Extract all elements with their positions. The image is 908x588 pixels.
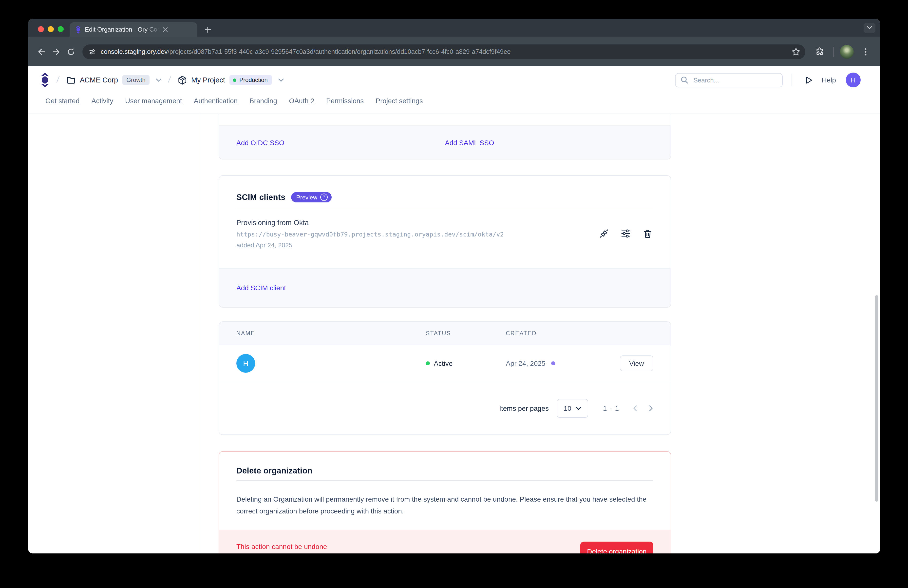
- browser-menu-icon[interactable]: [859, 45, 873, 58]
- scim-card-footer: Add SCIM client: [219, 268, 671, 307]
- active-status-dot: [426, 361, 430, 365]
- console-header: / ACME Corp Growth / My Projec: [28, 66, 881, 94]
- project-nav: Get started Activity User management Aut…: [28, 94, 881, 114]
- delete-card-title: Delete organization: [237, 466, 312, 475]
- scim-client-name: Provisioning from Okta: [237, 219, 598, 227]
- column-header-status: STATUS: [426, 330, 506, 336]
- user-avatar[interactable]: H: [846, 72, 861, 87]
- scim-client-added-date: added Apr 24, 2025: [237, 242, 598, 249]
- search-icon: [681, 76, 688, 84]
- ory-favicon-icon: [76, 26, 81, 34]
- help-link[interactable]: Help: [822, 76, 836, 84]
- tab-search-button[interactable]: [864, 23, 876, 33]
- page-size-select[interactable]: 10: [557, 399, 588, 418]
- delete-organization-card: Delete organization Deleting an Organiza…: [219, 451, 671, 553]
- column-header-created: CREATED: [506, 330, 654, 336]
- env-status-dot: [233, 78, 237, 82]
- search-input-wrapper: [675, 73, 782, 87]
- test-connection-plug-icon[interactable]: [598, 227, 610, 240]
- sidebar-divider: [201, 114, 201, 553]
- organization-table-card: NAME STATUS CREATED H Active Apr 24, 202…: [219, 321, 671, 435]
- table-header-row: NAME STATUS CREATED: [219, 322, 671, 345]
- workspace-switcher[interactable]: ACME Corp Growth: [66, 75, 161, 85]
- breadcrumb-separator: /: [167, 75, 171, 85]
- new-tab-button[interactable]: [201, 23, 214, 36]
- close-window-button[interactable]: [38, 26, 44, 32]
- zoom-window-button[interactable]: [58, 26, 64, 32]
- tab-close-icon[interactable]: [161, 25, 170, 34]
- content-area: Add OIDC SSO Add SAML SSO SCIM clients P…: [28, 114, 881, 553]
- tab-strip: Edit Organization - Ory Console: [28, 19, 881, 37]
- url-text: console.staging.ory.dev/projects/d087b7a…: [101, 48, 790, 55]
- configure-sliders-icon[interactable]: [620, 227, 632, 240]
- tab-user-management[interactable]: User management: [125, 95, 182, 106]
- browser-profile-avatar[interactable]: [840, 45, 854, 58]
- view-button[interactable]: View: [620, 356, 654, 371]
- tab-activity[interactable]: Activity: [92, 95, 114, 106]
- delete-card-footer: This action cannot be undone Delete orga…: [219, 530, 671, 553]
- run-playground-button[interactable]: [801, 73, 815, 87]
- preview-badge[interactable]: Preview?: [291, 192, 332, 202]
- delete-trash-icon[interactable]: [642, 227, 654, 240]
- tab-title: Edit Organization - Ory Console: [85, 26, 160, 33]
- scim-clients-card: SCIM clients Preview? Provisioning from …: [219, 175, 671, 308]
- search-input[interactable]: [692, 76, 758, 84]
- created-cell: Apr 24, 2025: [506, 359, 620, 367]
- previous-page-icon[interactable]: [633, 405, 637, 411]
- project-cube-icon: [177, 75, 187, 85]
- tab-branding[interactable]: Branding: [250, 95, 277, 106]
- workspace-name: ACME Corp: [80, 76, 118, 84]
- delete-description: Deleting an Organization will permanentl…: [237, 493, 654, 517]
- extensions-icon[interactable]: [812, 44, 827, 59]
- tab-project-settings[interactable]: Project settings: [375, 95, 423, 106]
- chevron-down-icon: [279, 78, 284, 82]
- breadcrumb-separator: /: [56, 75, 60, 85]
- help-circle-icon: ?: [320, 193, 328, 201]
- add-oidc-sso-link[interactable]: Add OIDC SSO: [237, 139, 285, 147]
- add-scim-client-link[interactable]: Add SCIM client: [237, 284, 286, 292]
- delete-warning-text: This action cannot be undone: [237, 543, 327, 551]
- tab-get-started[interactable]: Get started: [45, 95, 80, 106]
- page-range-label: 1 - 1: [603, 404, 619, 412]
- created-indicator-dot: [551, 361, 555, 365]
- address-bar[interactable]: console.staging.ory.dev/projects/d087b7a…: [82, 44, 805, 59]
- scim-client-url: https://busy-beaver-gqwvd0fb79.projects.…: [237, 230, 598, 238]
- column-header-name: NAME: [237, 330, 426, 336]
- tab-oauth2[interactable]: OAuth 2: [289, 95, 314, 106]
- window-controls: [38, 26, 64, 32]
- card-divider: [237, 480, 654, 481]
- minimize-window-button[interactable]: [48, 26, 54, 32]
- tab-authentication[interactable]: Authentication: [194, 95, 238, 106]
- ory-console-page: / ACME Corp Growth / My Projec: [28, 66, 881, 553]
- toolbar-divider: [833, 47, 834, 56]
- site-settings-icon[interactable]: [89, 48, 96, 56]
- org-avatar: H: [237, 354, 255, 373]
- tab-permissions[interactable]: Permissions: [326, 95, 364, 106]
- scim-card-title: SCIM clients: [237, 193, 285, 202]
- table-row: H Active Apr 24, 2025 View: [219, 345, 671, 382]
- folder-icon: [66, 75, 75, 85]
- back-button[interactable]: [34, 44, 49, 59]
- workspace-plan-badge: Growth: [122, 75, 149, 85]
- bookmark-star-icon[interactable]: [790, 45, 802, 58]
- add-saml-sso-link[interactable]: Add SAML SSO: [445, 139, 494, 147]
- scim-client-row: Provisioning from Okta https://busy-beav…: [219, 209, 671, 249]
- browser-toolbar: console.staging.ory.dev/projects/d087b7a…: [28, 37, 881, 66]
- header-divider: [792, 74, 792, 86]
- delete-organization-button[interactable]: Delete organization: [580, 541, 654, 553]
- project-name: My Project: [191, 76, 225, 84]
- pagination-bar: Items per pages 10 1 - 1: [219, 382, 671, 435]
- status-cell: Active: [426, 359, 506, 367]
- next-page-icon[interactable]: [649, 405, 653, 411]
- project-env-badge: Production: [229, 75, 272, 85]
- ory-logo[interactable]: [40, 72, 50, 87]
- items-per-page-label: Items per pages: [499, 404, 549, 412]
- project-switcher[interactable]: My Project Production: [177, 75, 284, 85]
- sso-card-footer: Add OIDC SSO Add SAML SSO: [219, 126, 671, 159]
- browser-tab[interactable]: Edit Organization - Ory Console: [69, 22, 197, 37]
- forward-button[interactable]: [49, 44, 64, 59]
- reload-button[interactable]: [64, 44, 79, 59]
- desktop: Edit Organization - Ory Console: [0, 0, 908, 588]
- chevron-down-icon: [156, 78, 161, 82]
- page-scrollbar-thumb[interactable]: [875, 295, 878, 502]
